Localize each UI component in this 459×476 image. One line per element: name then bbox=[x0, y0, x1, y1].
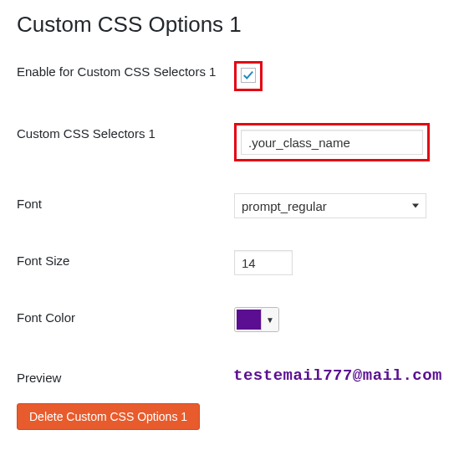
font-size-label: Font Size bbox=[17, 250, 234, 268]
font-color-label: Font Color bbox=[17, 307, 234, 325]
font-size-input[interactable] bbox=[234, 250, 293, 275]
highlight-box bbox=[234, 61, 263, 91]
font-color-picker[interactable]: ▼ bbox=[234, 307, 279, 332]
check-icon bbox=[242, 69, 254, 81]
enable-label: Enable for Custom CSS Selectors 1 bbox=[17, 61, 234, 79]
preview-label: Preview bbox=[17, 367, 233, 385]
preview-text: testemail777@mail.com bbox=[233, 366, 442, 385]
selectors-input[interactable] bbox=[241, 130, 423, 155]
enable-checkbox[interactable] bbox=[241, 68, 256, 83]
selectors-label: Custom CSS Selectors 1 bbox=[17, 123, 234, 141]
color-swatch bbox=[235, 308, 262, 331]
page-title: Custom CSS Options 1 bbox=[17, 12, 442, 38]
font-label: Font bbox=[17, 193, 234, 211]
font-select[interactable]: prompt_regular bbox=[234, 193, 426, 218]
highlight-box bbox=[234, 123, 430, 161]
chevron-down-icon: ▼ bbox=[262, 308, 278, 331]
delete-button[interactable]: Delete Custom CSS Options 1 bbox=[17, 403, 200, 430]
